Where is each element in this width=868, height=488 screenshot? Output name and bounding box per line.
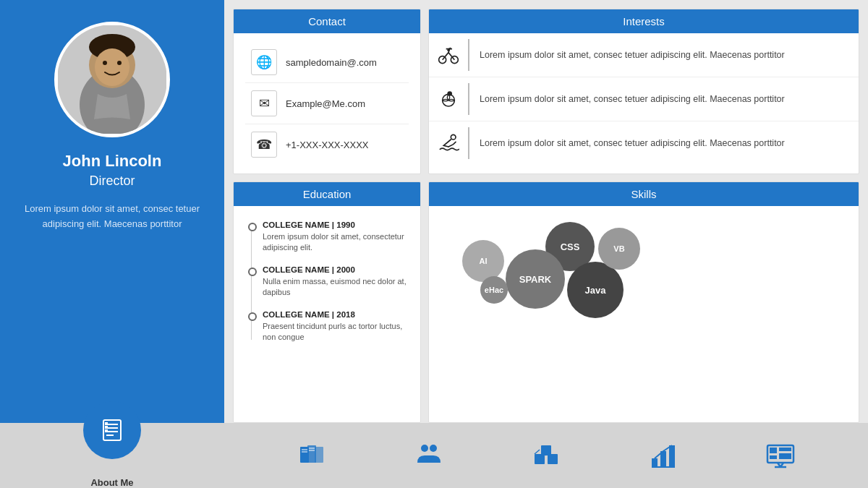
skill-bubble-vb: VB (598, 228, 640, 270)
chart-nav-icon[interactable] (642, 434, 685, 477)
interest-item-3: Lorem ipsum dolor sit amet, consec tetue… (429, 121, 859, 165)
svg-point-5 (103, 61, 107, 65)
svg-point-4 (95, 48, 129, 86)
edu-desc-3: Praesent tincidunt purls ac tortor luctu… (263, 321, 409, 343)
edu-dot-1 (248, 223, 257, 231)
svg-rect-40 (770, 448, 777, 453)
about-me-circle[interactable] (83, 401, 141, 459)
person-bio: Lorem ipsum dolor sit amet, consec tetue… (14, 202, 210, 232)
svg-rect-43 (779, 453, 791, 459)
bike-icon (438, 39, 469, 71)
edu-title-2: COLLEGE NAME | 2000 (263, 265, 409, 274)
education-timeline: COLLEGE NAME | 1990 Lorem ipsum dolor si… (245, 215, 409, 348)
contact-item-email: 🌐 sampledomain@.com (245, 42, 409, 83)
svg-point-6 (117, 61, 122, 65)
interests-card: Interests (428, 9, 859, 174)
edu-item-1: COLLEGE NAME | 1990 Lorem ipsum dolor si… (263, 221, 409, 254)
skills-header: Skills (429, 182, 859, 206)
interest-item-2: Lorem ipsum dolor sit amet, consec tetue… (429, 77, 859, 121)
education-body: COLLEGE NAME | 1990 Lorem ipsum dolor si… (234, 206, 420, 357)
contact-item-email2: ✉ Example@Me.com (245, 83, 409, 124)
interest-text-1: Lorem ipsum dolor sit amet, consec tetue… (480, 48, 785, 62)
edu-dot-2 (248, 267, 257, 276)
books-nav-icon[interactable] (290, 434, 333, 477)
svg-rect-32 (548, 454, 558, 464)
swim-icon (438, 127, 469, 159)
right-panels: Contact 🌐 sampledomain@.com ✉ Example@Me… (224, 0, 868, 423)
skills-bubbles: AICSSSPARKJavaVBeHac (441, 215, 847, 330)
svg-rect-41 (770, 455, 777, 459)
svg-rect-31 (535, 454, 545, 464)
svg-rect-33 (541, 445, 551, 455)
edu-item-3: COLLEGE NAME | 2018 Praesent tincidunt p… (263, 310, 409, 343)
dashboard-nav-icon[interactable] (759, 434, 802, 477)
contact-email: sampledomain@.com (286, 57, 377, 68)
svg-line-34 (535, 450, 540, 454)
edu-title-3: COLLEGE NAME | 2018 (263, 310, 409, 319)
interest-item-1: Lorem ipsum dolor sit amet, consec tetue… (429, 33, 859, 77)
svg-rect-20 (105, 429, 108, 432)
envelope-icon: ✉ (251, 90, 277, 116)
education-card: Education COLLEGE NAME | 1990 Lorem ipsu… (233, 181, 421, 423)
skill-bubble-ehac: eHac (480, 276, 508, 304)
svg-rect-42 (779, 448, 791, 451)
left-panel: John Lincoln Director Lorem ipsum dolor … (0, 0, 224, 423)
person-name: John Lincoln (63, 152, 162, 171)
svg-rect-36 (652, 458, 658, 467)
about-me-section: About Me (0, 423, 224, 488)
bottom-row: Education COLLEGE NAME | 1990 Lorem ipsu… (233, 181, 859, 423)
contact-phone: +1-XXX-XXX-XXXX (286, 140, 369, 150)
svg-point-12 (451, 134, 456, 140)
contact-header: Contact (234, 9, 420, 33)
contact-email2: Example@Me.com (286, 98, 365, 109)
svg-rect-23 (315, 447, 323, 463)
bottom-nav: About Me (0, 423, 868, 488)
ball-icon (438, 83, 469, 115)
edu-desc-1: Lorem ipsum dolor sit amet, consectetur … (263, 231, 409, 254)
skill-bubble-ai: AI (462, 240, 504, 282)
edu-title-1: COLLEGE NAME | 1990 (263, 221, 409, 229)
svg-rect-19 (105, 426, 108, 429)
skill-bubble-spark: SPARK (506, 249, 565, 309)
about-me-label: About Me (90, 477, 133, 488)
contact-body: 🌐 sampledomain@.com ✉ Example@Me.com ☎ +… (234, 33, 420, 174)
interests-body: Lorem ipsum dolor sit amet, consec tetue… (429, 33, 859, 165)
svg-point-28 (421, 445, 428, 452)
top-row: Contact 🌐 sampledomain@.com ✉ Example@Me… (233, 9, 859, 174)
edu-desc-2: Nulla enim massa, euismod nec dolor at, … (263, 276, 409, 299)
phone-icon: ☎ (251, 132, 277, 158)
edu-item-2: COLLEGE NAME | 2000 Nulla enim massa, eu… (263, 265, 409, 299)
cube-nav-icon[interactable] (524, 434, 568, 477)
interest-text-3: Lorem ipsum dolor sit amet, consec tetue… (480, 137, 785, 150)
nav-icons (224, 434, 868, 477)
education-header: Education (234, 182, 420, 206)
contact-card: Contact 🌐 sampledomain@.com ✉ Example@Me… (233, 9, 421, 174)
skills-body: AICSSSPARKJavaVBeHac (429, 206, 859, 339)
svg-point-29 (430, 445, 437, 452)
person-title: Director (89, 174, 135, 189)
interest-text-2: Lorem ipsum dolor sit amet, consec tetue… (480, 93, 785, 106)
interests-header: Interests (429, 9, 859, 33)
svg-rect-18 (105, 422, 108, 425)
edu-dot-3 (248, 312, 257, 321)
contact-item-phone: ☎ +1-XXX-XXX-XXXX (245, 124, 409, 165)
avatar (54, 22, 170, 137)
globe-icon: 🌐 (251, 49, 277, 75)
skills-card: Skills AICSSSPARKJavaVBeHac (428, 181, 859, 423)
meeting-nav-icon[interactable] (407, 434, 451, 477)
skill-bubble-java: Java (567, 262, 624, 318)
